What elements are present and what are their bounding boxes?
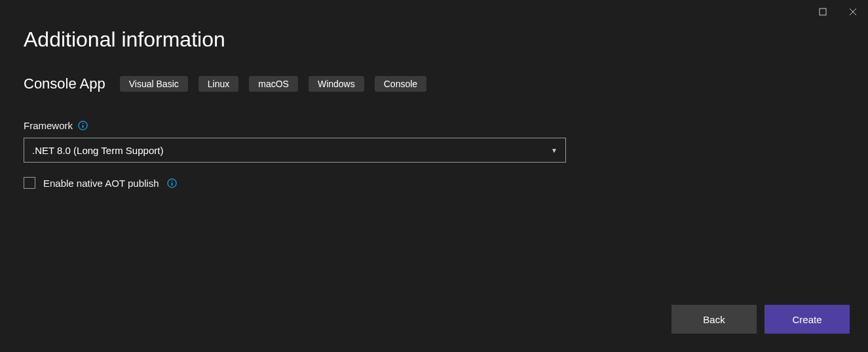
close-button[interactable] — [838, 0, 868, 24]
aot-label: Enable native AOT publish — [43, 178, 159, 189]
titlebar — [808, 0, 868, 24]
close-icon — [849, 8, 857, 16]
chevron-down-icon: ▼ — [551, 147, 557, 154]
framework-selected: .NET 8.0 (Long Term Support) — [32, 145, 163, 156]
project-row: Console App Visual Basic Linux macOS Win… — [24, 75, 844, 92]
tag-visual-basic: Visual Basic — [120, 76, 188, 92]
maximize-button[interactable] — [808, 0, 838, 24]
framework-label: Framework — [24, 120, 73, 131]
svg-rect-0 — [820, 9, 826, 15]
svg-point-5 — [83, 123, 84, 124]
create-button[interactable]: Create — [764, 305, 850, 334]
maximize-icon — [819, 8, 827, 16]
tag-windows: Windows — [309, 76, 364, 92]
page-title: Additional information — [24, 28, 844, 52]
framework-dropdown[interactable]: .NET 8.0 (Long Term Support) ▼ — [24, 138, 566, 163]
info-icon[interactable] — [78, 121, 88, 130]
framework-label-row: Framework — [24, 120, 844, 131]
aot-checkbox[interactable] — [24, 177, 35, 189]
tag-linux: Linux — [198, 76, 238, 92]
info-icon[interactable] — [167, 178, 177, 188]
tag-console: Console — [375, 76, 426, 92]
back-button[interactable]: Back — [671, 305, 757, 334]
svg-point-8 — [171, 180, 172, 182]
footer: Back Create — [671, 305, 850, 334]
tag-macos: macOS — [249, 76, 298, 92]
content-area: Additional information Console App Visua… — [0, 0, 868, 189]
project-name: Console App — [24, 75, 105, 92]
project-tags: Visual Basic Linux macOS Windows Console — [120, 76, 426, 92]
aot-row: Enable native AOT publish — [24, 177, 844, 189]
